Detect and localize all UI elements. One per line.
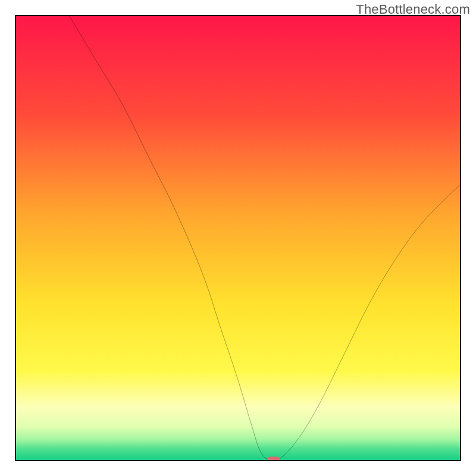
bottleneck-curve <box>16 16 460 460</box>
watermark-text: TheBottleneck.com <box>356 2 470 17</box>
chart-container: TheBottleneck.com <box>0 0 476 476</box>
plot-area <box>15 15 461 461</box>
optimum-marker <box>267 457 280 462</box>
